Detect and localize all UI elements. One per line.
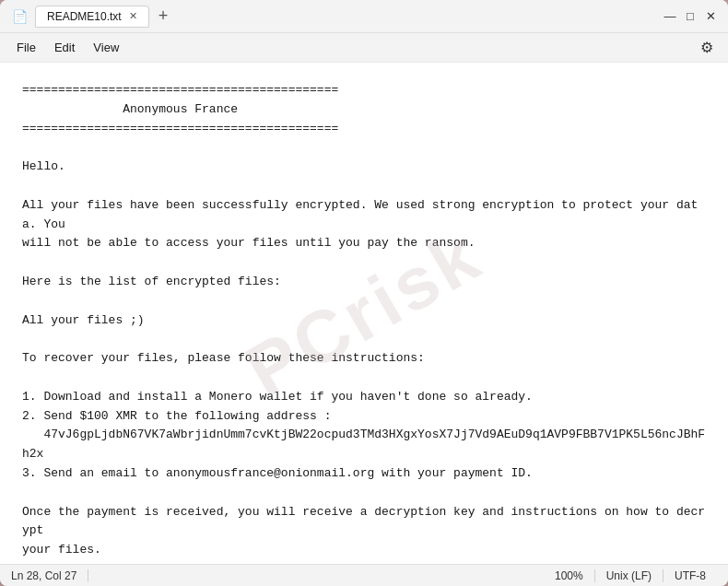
zoom-level: 100% [544,569,595,582]
active-tab[interactable]: README10.txt ✕ [35,6,149,28]
tab-container: README10.txt ✕ + [35,6,173,28]
tab-title: README10.txt [47,10,122,23]
app-icon: 📄 [11,8,28,25]
text-editor-area[interactable]: PCrisk =================================… [0,63,728,564]
title-bar: 📄 README10.txt ✕ + — □ ✕ [0,0,728,33]
new-tab-button[interactable]: + [153,6,174,26]
menu-view[interactable]: View [84,37,128,58]
maximize-button[interactable]: □ [684,10,697,23]
window-controls: — □ ✕ [663,10,717,23]
minimize-button[interactable]: — [663,10,676,23]
notepad-window: 📄 README10.txt ✕ + — □ ✕ File Edit View … [0,0,728,586]
tab-close-button[interactable]: ✕ [129,10,137,22]
menu-bar: File Edit View ⚙ [0,33,728,63]
close-button[interactable]: ✕ [704,10,717,23]
menu-edit[interactable]: Edit [45,37,84,58]
line-ending: Unix (LF) [595,569,663,582]
menu-file[interactable]: File [7,37,45,58]
encoding: UTF-8 [663,569,717,582]
status-bar: Ln 28, Col 27 100% Unix (LF) UTF-8 [0,564,728,586]
cursor-position: Ln 28, Col 27 [11,569,88,582]
text-content[interactable]: ========================================… [22,81,706,564]
settings-icon[interactable]: ⚙ [693,35,721,60]
